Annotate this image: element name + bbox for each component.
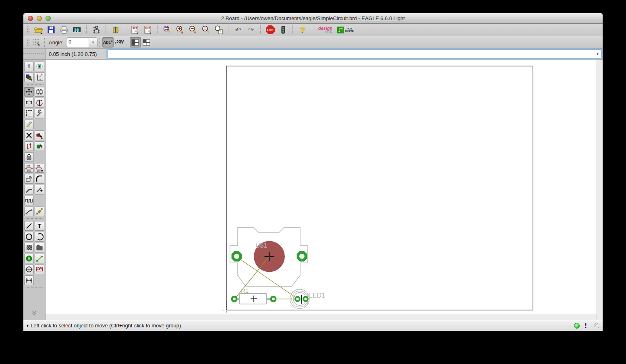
led-pad-hole	[304, 298, 307, 300]
palette-overflow-chevron-icon[interactable]	[31, 310, 37, 317]
add-text-button[interactable]: Abc+	[102, 37, 114, 48]
dimension-tool-button[interactable]	[24, 275, 34, 285]
zoom-select-button[interactable]	[200, 25, 211, 35]
palette-separator	[25, 287, 44, 287]
palette-row	[23, 254, 45, 263]
via-tool-button[interactable]	[24, 254, 34, 263]
value-tool-button[interactable]: R210R	[35, 163, 44, 173]
palette-row	[23, 275, 45, 285]
palette-drag-handle[interactable]	[23, 49, 46, 59]
rotate-tool-button[interactable]	[35, 98, 44, 108]
palette-row	[23, 87, 45, 97]
design-link-button[interactable]: designlink	[316, 25, 334, 35]
switch-to-schematic-button[interactable]	[91, 25, 102, 35]
canvas-column: U$1R1LED1	[46, 60, 597, 320]
run-ulp-button[interactable]: ULP	[142, 25, 153, 35]
zoom-window-button[interactable]	[46, 16, 51, 21]
angle-dropdown-arrow[interactable]: ▼	[89, 38, 97, 47]
command-input[interactable]	[108, 50, 594, 58]
pane-layout-corner-button[interactable]	[141, 37, 152, 48]
zoom-in-button[interactable]	[174, 25, 186, 35]
resize-grip[interactable]	[594, 323, 599, 328]
hole-tool-button[interactable]	[24, 265, 34, 274]
minimize-button[interactable]	[37, 16, 42, 21]
toolbar-separator	[44, 38, 45, 47]
led-ref-label[interactable]: LED1	[309, 292, 325, 299]
pane-layout-split-button[interactable]	[130, 37, 141, 48]
close-button[interactable]	[28, 16, 33, 21]
circle-tool-button[interactable]	[24, 232, 34, 242]
vertical-scrollbar[interactable]	[597, 60, 603, 320]
display-tool-button[interactable]	[24, 72, 34, 82]
split-tool-button[interactable]	[24, 185, 34, 194]
board-outline[interactable]	[226, 66, 533, 310]
print-button[interactable]	[58, 25, 70, 35]
stop-button[interactable]: STOP	[265, 25, 276, 35]
route-tool-button[interactable]	[24, 207, 34, 216]
traffic-light-button[interactable]	[278, 25, 289, 35]
undo-button[interactable]: ↶	[232, 25, 244, 35]
command-row: 0.05 inch (1.20 0.75) ▼	[23, 49, 603, 60]
arc-tool-button[interactable]	[35, 232, 44, 242]
polygon-tool-button[interactable]	[35, 243, 44, 252]
command-history-dropdown[interactable]: ▼	[594, 50, 601, 58]
save-button[interactable]	[46, 25, 57, 35]
toolbar-drag-handle[interactable]	[27, 26, 29, 34]
cut-tool-button[interactable]	[24, 120, 34, 129]
origin-marker	[222, 301, 234, 314]
change-tool-button[interactable]	[35, 109, 44, 118]
toolbar-separator	[228, 25, 229, 34]
signal-tool-button[interactable]	[35, 254, 44, 263]
palette-row	[23, 109, 45, 118]
show-tool-button[interactable]	[35, 62, 44, 71]
toolbar-separator	[127, 38, 128, 47]
add-tool-button[interactable]	[35, 130, 44, 140]
pcb-quote-button[interactable]: PCBQUOTE	[336, 25, 354, 35]
smash-tool-button[interactable]	[24, 174, 34, 184]
help-button[interactable]: ?	[297, 25, 308, 35]
add-text-rotated-button[interactable]: Abc+	[114, 37, 125, 48]
text-tool-button[interactable]: T	[35, 221, 44, 231]
copy-tool-button[interactable]	[35, 87, 44, 97]
zoom-fit-button[interactable]	[162, 25, 173, 35]
wire-tool-button[interactable]	[24, 221, 34, 231]
cam-processor-button[interactable]	[71, 25, 83, 35]
run-script-button[interactable]: SCR	[129, 25, 141, 35]
delete-tool-button[interactable]	[24, 130, 34, 140]
info-tool-button[interactable]: i	[24, 62, 34, 71]
attribute-tool-button[interactable]: >AT	[35, 265, 44, 274]
palette-separator	[25, 84, 44, 85]
group-tool-button[interactable]	[24, 109, 34, 118]
airwire-2[interactable]	[235, 256, 269, 298]
optimize-tool-button[interactable]	[35, 185, 44, 194]
palette-row	[23, 141, 45, 151]
miter-tool-button[interactable]	[35, 174, 44, 184]
lock-tool-button[interactable]	[24, 152, 34, 162]
name-tool-button[interactable]: R210k	[24, 163, 34, 173]
meander-tool-button[interactable]	[24, 196, 34, 205]
replace-tool-button[interactable]	[35, 141, 44, 151]
board-canvas[interactable]: U$1R1LED1	[46, 60, 597, 314]
toolbar-group-history: ↶↷	[231, 25, 258, 35]
ripup-tool-button[interactable]	[35, 207, 44, 216]
zoom-redraw-button[interactable]	[213, 25, 224, 35]
pinswap-tool-button[interactable]	[24, 141, 34, 151]
resistor-ref-label[interactable]: R1	[241, 287, 249, 294]
battery-pad-hole	[234, 254, 239, 259]
open-button[interactable]	[33, 25, 44, 35]
toolbar-drag-handle[interactable]	[27, 38, 29, 46]
redo-button[interactable]: ↷	[245, 25, 257, 35]
angle-combobox[interactable]: 0▼	[66, 37, 97, 47]
toolbar-separator	[125, 25, 126, 34]
zoom-out-button[interactable]	[187, 25, 199, 35]
mark-tool-button[interactable]	[35, 72, 44, 82]
grid-button[interactable]	[31, 37, 42, 48]
rect-tool-button[interactable]	[24, 243, 34, 252]
battery-ref-label[interactable]: U$1	[255, 242, 267, 249]
parameter-toolbar: Angle:0▼Abc+Abc+	[23, 36, 603, 49]
horizontal-scrollbar[interactable]	[46, 314, 597, 320]
move-tool-button[interactable]	[24, 87, 34, 97]
mirror-tool-button[interactable]: EE	[24, 98, 34, 108]
toolbar-separator	[157, 25, 158, 34]
library-button[interactable]	[110, 25, 121, 35]
